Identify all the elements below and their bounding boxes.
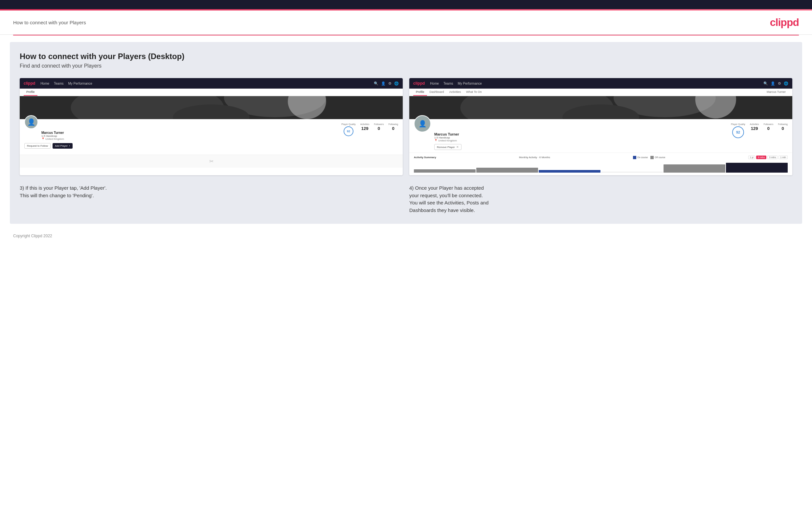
quality-circle-1: 92 [344,126,353,136]
profile-content-2: 👤 Marcus Turner 1-5 Handicap 📍 United Ki… [409,119,792,153]
tab-activities-2[interactable]: Activities [447,89,464,96]
time-3mths[interactable]: 3 mths [767,156,777,159]
nav-myperformance-2[interactable]: My Performance [458,82,481,85]
avatar-icon-1: 👤 [27,118,36,126]
following-label-2: Following [778,123,788,125]
screenshot-icon-area-1: ✂ [20,155,403,168]
activities-value-2: 129 [751,126,758,131]
profile-location-2: 📍 United Kingdom [434,139,727,142]
profile-location-1: 📍 United Kingdom [41,137,338,140]
profile-handicap-1: 1-5 Handicap [41,134,338,137]
nav-home-1[interactable]: Home [40,82,49,85]
scissors-icon: ✂ [209,158,213,164]
tab-what-to-on-2[interactable]: What To On [463,89,484,96]
time-1yr[interactable]: 1 yr [748,156,756,159]
request-to-follow-button[interactable]: Request to Follow [24,143,51,149]
search-icon-2[interactable]: 🔍 [763,81,768,86]
bar-1 [414,169,476,173]
activities-label-2: Activities [750,123,759,125]
activities-value-1: 129 [361,126,368,131]
player-quality-1: Player Quality 92 [341,123,356,136]
content-title: How to connect with your Players (Deskto… [20,52,792,61]
profile-name-1: Marcus Turner [41,131,338,134]
time-1mth[interactable]: 1 mth [778,156,788,159]
caption-step3: 3) If this is your Player tap, 'Add Play… [20,184,403,214]
globe-icon-2[interactable]: 🌐 [784,81,789,86]
following-value-2: 0 [782,126,784,131]
following-label-1: Following [388,123,398,125]
close-icon: ✕ [456,146,459,149]
profile-content-1: 👤 Marcus Turner 1-5 Handicap 📍 United Ki… [20,119,403,155]
profile-buttons-1: Request to Follow Add Player + [24,143,398,152]
stats-row-1: Player Quality 92 Activities 129 Followe… [341,123,398,136]
nav-teams-2[interactable]: Teams [444,82,453,85]
nav-myperformance-1[interactable]: My Performance [68,82,92,85]
search-icon-1[interactable]: 🔍 [374,81,378,86]
activity-period: Monthly Activity · 6 Months [519,156,550,159]
location-pin-icon-2: 📍 [434,139,438,142]
app-nav-icons-2: 🔍 👤 ⚙ 🌐 [763,81,789,86]
activity-timebuttons: 1 yr 6 mths 3 mths 1 mth [748,156,788,159]
main-content: How to connect with your Players (Deskto… [10,42,802,224]
activity-chart [414,161,788,173]
nav-home-2[interactable]: Home [430,82,439,85]
tab-dashboard-2[interactable]: Dashboard [427,89,447,96]
activity-title: Activity Summary [414,156,436,159]
avatar-1: 👤 [24,115,38,129]
profile-name-2: Marcus Turner [434,132,727,136]
following-value-1: 0 [392,126,395,131]
stat-followers-2: Followers 0 [763,123,773,131]
stat-followers-1: Followers 0 [374,123,384,131]
screenshot-1: clippd Home Teams My Performance 🔍 👤 ⚙ 🌐… [20,78,403,175]
time-6mths[interactable]: 6 mths [756,156,766,159]
app-logo-1: clippd [23,81,35,86]
captions-row: 3) If this is your Player tap, 'Add Play… [20,184,792,214]
breadcrumb: How to connect with your Players [13,20,86,25]
settings-icon-2[interactable]: ⚙ [778,81,781,86]
bar-5 [664,164,725,173]
nav-teams-1[interactable]: Teams [54,82,63,85]
activity-legend: On course Off course [633,156,665,159]
app-logo-2: clippd [413,81,425,86]
remove-player-button[interactable]: Remove Player ✕ [434,144,461,150]
quality-circle-2: 92 [732,126,744,138]
legend-oncourse: On course [633,156,648,159]
followers-value-2: 0 [767,126,770,131]
add-player-button[interactable]: Add Player + [53,143,72,149]
plus-icon: + [69,145,70,147]
avatar-icon-2: 👤 [418,120,427,128]
stat-activities-1: Activities 129 [360,123,369,131]
settings-icon-1[interactable]: ⚙ [388,81,392,86]
player-quality-2: Player Quality 92 [731,123,745,138]
copyright-text: Copyright Clippd 2022 [13,234,52,238]
followers-value-1: 0 [378,126,380,131]
location-pin-icon-1: 📍 [41,137,45,140]
logo: clippd [770,16,799,29]
app-navbar-2: clippd Home Teams My Performance 🔍 👤 ⚙ 🌐 [409,78,792,89]
user-icon-1[interactable]: 👤 [381,81,386,86]
header-divider [13,35,799,36]
stat-activities-2: Activities 129 [750,123,759,131]
bar-2 [476,168,538,173]
remove-player-label: Remove Player [437,146,455,149]
tab-profile-1[interactable]: Profile [23,89,38,96]
add-player-label: Add Player [55,145,68,147]
pq-label-2: Player Quality [731,123,745,125]
app-nav-links-2: Home Teams My Performance [430,82,763,85]
offcourse-dot [650,156,654,159]
profile-avatar-row-1: 👤 Marcus Turner 1-5 Handicap 📍 United Ki… [24,115,398,140]
screenshot-2: clippd Home Teams My Performance 🔍 👤 ⚙ 🌐… [409,78,792,175]
tab-profile-2[interactable]: Profile [413,89,427,96]
globe-icon-1[interactable]: 🌐 [394,81,399,86]
screenshots-row: clippd Home Teams My Performance 🔍 👤 ⚙ 🌐… [20,78,792,175]
app-tabbar-2: Profile Dashboard Activities What To On … [409,89,792,96]
followers-label-2: Followers [763,123,773,125]
app-nav-links-1: Home Teams My Performance [40,82,374,85]
app-nav-icons-1: 🔍 👤 ⚙ 🌐 [374,81,399,86]
user-icon-2[interactable]: 👤 [771,81,775,86]
caption-step3-text: 3) If this is your Player tap, 'Add Play… [20,184,403,199]
bar-4 [601,172,663,173]
tab-player-name-2: Marcus Turner [764,89,789,96]
oncourse-dot [633,156,636,159]
activity-summary: Activity Summary Monthly Activity · 6 Mo… [409,153,792,175]
